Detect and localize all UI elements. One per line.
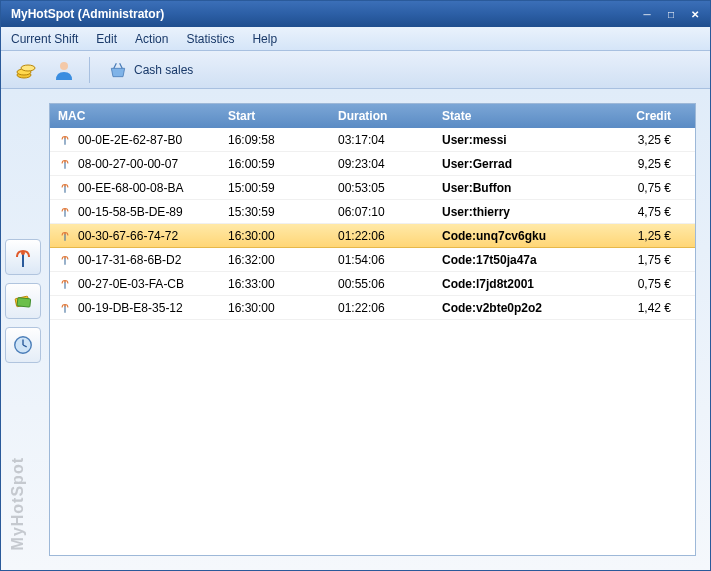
user-button[interactable] [47,55,81,85]
table-row[interactable]: 00-30-67-66-74-7216:30:0001:22:06Code:un… [50,224,695,248]
cell-mac: 00-0E-2E-62-87-B0 [78,133,182,147]
cell-credit: 1,75 € [574,253,695,267]
cell-start: 16:09:58 [220,133,330,147]
svg-rect-7 [17,298,31,308]
side-tabs: MyHotSpot [1,89,45,570]
body-area: MyHotSpot MAC Start Duration State Credi… [1,89,710,570]
wifi-row-icon [58,253,72,267]
cell-state: User:Buffon [434,181,574,195]
col-header-state[interactable]: State [434,109,574,123]
wifi-row-icon [58,181,72,195]
menu-edit[interactable]: Edit [96,32,117,46]
cell-state: User:Gerrad [434,157,574,171]
coins-button[interactable] [9,55,43,85]
cell-credit: 4,75 € [574,205,695,219]
sessions-grid: MAC Start Duration State Credit 00-0E-2E… [49,103,696,556]
side-tab-wifi[interactable] [5,239,41,275]
cell-duration: 01:54:06 [330,253,434,267]
cell-credit: 9,25 € [574,157,695,171]
basket-icon [108,60,128,80]
grid-header: MAC Start Duration State Credit [50,104,695,128]
wifi-row-icon [58,301,72,315]
cell-mac: 00-30-67-66-74-72 [78,229,178,243]
cell-mac: 00-EE-68-00-08-BA [78,181,183,195]
cell-duration: 00:53:05 [330,181,434,195]
cell-duration: 01:22:06 [330,301,434,315]
close-button[interactable]: ✕ [684,5,706,23]
cash-sales-button[interactable]: Cash sales [98,55,203,85]
cell-credit: 1,25 € [574,229,695,243]
col-header-mac[interactable]: MAC [50,109,220,123]
col-header-start[interactable]: Start [220,109,330,123]
cell-state: User:messi [434,133,574,147]
col-header-credit[interactable]: Credit [574,109,695,123]
wifi-row-icon [58,229,72,243]
cell-state: Code:unq7cv6gku [434,229,574,243]
cell-state: Code:v2bte0p2o2 [434,301,574,315]
cell-duration: 03:17:04 [330,133,434,147]
col-header-duration[interactable]: Duration [330,109,434,123]
cell-credit: 1,42 € [574,301,695,315]
wifi-row-icon [58,205,72,219]
table-row[interactable]: 00-27-0E-03-FA-CB16:33:0000:55:06Code:l7… [50,272,695,296]
maximize-button[interactable]: □ [660,5,682,23]
grid-body: 00-0E-2E-62-87-B016:09:5803:17:04User:me… [50,128,695,320]
toolbar-separator [89,57,90,83]
menu-current-shift[interactable]: Current Shift [11,32,78,46]
table-row[interactable]: 00-15-58-5B-DE-8915:30:5906:07:10User:th… [50,200,695,224]
menu-statistics[interactable]: Statistics [186,32,234,46]
title-bar: MyHotSpot (Administrator) ─ □ ✕ [1,1,710,27]
wifi-antenna-icon [11,245,35,269]
table-row[interactable]: 00-17-31-68-6B-D216:32:0001:54:06Code:17… [50,248,695,272]
cell-state: Code:l7jd8t2001 [434,277,574,291]
brand-vertical-label: MyHotSpot [9,457,27,550]
toolbar: Cash sales [1,51,710,89]
wifi-row-icon [58,277,72,291]
cell-credit: 0,75 € [574,181,695,195]
cell-start: 16:00:59 [220,157,330,171]
svg-point-26 [64,304,66,306]
cell-start: 16:33:00 [220,277,330,291]
side-tab-tickets[interactable] [5,283,41,319]
cell-credit: 3,25 € [574,133,695,147]
cell-state: User:thierry [434,205,574,219]
svg-point-24 [64,280,66,282]
tickets-icon [12,290,34,312]
menu-bar: Current Shift Edit Action Statistics Hel… [1,27,710,51]
menu-help[interactable]: Help [252,32,277,46]
app-window: MyHotSpot (Administrator) ─ □ ✕ Current … [0,0,711,571]
cell-duration: 09:23:04 [330,157,434,171]
svg-point-12 [64,136,66,138]
svg-point-3 [60,62,68,70]
cell-start: 16:30:00 [220,229,330,243]
coins-icon [14,58,38,82]
svg-point-2 [21,65,35,71]
svg-point-22 [64,256,66,258]
cash-sales-label: Cash sales [134,63,193,77]
cell-duration: 00:55:06 [330,277,434,291]
svg-point-18 [64,208,66,210]
table-row[interactable]: 00-EE-68-00-08-BA15:00:5900:53:05User:Bu… [50,176,695,200]
table-row[interactable]: 08-00-27-00-00-0716:00:5909:23:04User:Ge… [50,152,695,176]
svg-point-14 [64,160,66,162]
svg-point-5 [21,251,25,255]
cell-mac: 00-17-31-68-6B-D2 [78,253,181,267]
svg-point-20 [64,232,66,234]
wifi-row-icon [58,133,72,147]
side-tab-clock[interactable] [5,327,41,363]
svg-point-16 [64,184,66,186]
cell-mac: 00-27-0E-03-FA-CB [78,277,184,291]
cell-state: Code:17t50ja47a [434,253,574,267]
main-panel: MAC Start Duration State Credit 00-0E-2E… [45,89,710,570]
menu-action[interactable]: Action [135,32,168,46]
cell-mac: 08-00-27-00-00-07 [78,157,178,171]
cell-credit: 0,75 € [574,277,695,291]
cell-duration: 06:07:10 [330,205,434,219]
user-icon [52,58,76,82]
table-row[interactable]: 00-0E-2E-62-87-B016:09:5803:17:04User:me… [50,128,695,152]
table-row[interactable]: 00-19-DB-E8-35-1216:30:0001:22:06Code:v2… [50,296,695,320]
cell-mac: 00-19-DB-E8-35-12 [78,301,183,315]
cell-start: 15:00:59 [220,181,330,195]
minimize-button[interactable]: ─ [636,5,658,23]
cell-start: 15:30:59 [220,205,330,219]
